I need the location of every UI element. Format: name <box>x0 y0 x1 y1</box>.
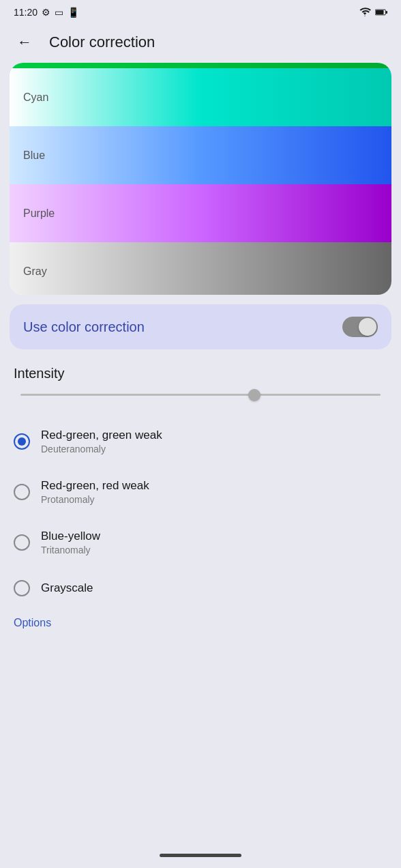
purple-section: Purple <box>10 184 391 242</box>
radio-sub-deuteranomaly: Deuteranomaly <box>41 444 162 454</box>
radio-circle-tritanomaly <box>14 534 30 551</box>
slider-track[interactable] <box>20 394 381 396</box>
intensity-slider-container[interactable] <box>14 394 387 396</box>
back-button[interactable]: ← <box>11 29 38 56</box>
blue-section: Blue <box>10 126 391 184</box>
color-panel: Cyan Blue Purple Gray <box>10 63 391 295</box>
green-bar <box>10 63 391 68</box>
status-left: 11:20 ⚙ ▭ 📱 <box>14 7 79 18</box>
radio-main-tritanomaly: Blue-yellow <box>41 530 100 543</box>
slider-thumb[interactable] <box>248 389 261 401</box>
radio-main-grayscale: Grayscale <box>41 581 93 595</box>
toggle-label: Use color correction <box>23 319 145 335</box>
radio-sub-protanomaly: Protanomaly <box>41 494 149 505</box>
purple-label: Purple <box>23 207 55 220</box>
status-bar: 11:20 ⚙ ▭ 📱 <box>0 0 401 22</box>
page-title: Color correction <box>49 33 155 51</box>
radio-dot-deuteranomaly <box>18 437 26 446</box>
screen-icon: ▭ <box>55 7 63 18</box>
radio-text-protanomaly: Red-green, red weak Protanomaly <box>41 479 149 505</box>
radio-main-deuteranomaly: Red-green, green weak <box>41 429 162 442</box>
bottom-nav-bar <box>160 854 241 857</box>
radio-circle-deuteranomaly <box>14 433 30 450</box>
status-right <box>359 8 387 17</box>
options-footer: Options <box>0 609 401 636</box>
radio-item-protanomaly[interactable]: Red-green, red weak Protanomaly <box>0 467 401 517</box>
radio-circle-protanomaly <box>14 484 30 500</box>
correction-mode-list: Red-green, green weak Deuteranomaly Red-… <box>0 409 401 609</box>
phone-icon: 📱 <box>68 7 79 18</box>
radio-main-protanomaly: Red-green, red weak <box>41 479 149 493</box>
top-bar: ← Color correction <box>0 22 401 63</box>
intensity-label: Intensity <box>14 366 387 381</box>
radio-sub-tritanomaly: Tritanomaly <box>41 545 100 555</box>
wifi-icon <box>359 8 371 17</box>
color-correction-toggle[interactable] <box>342 317 378 337</box>
toggle-knob <box>359 318 376 336</box>
radio-item-deuteranomaly[interactable]: Red-green, green weak Deuteranomaly <box>0 416 401 467</box>
options-link[interactable]: Options <box>14 617 51 628</box>
radio-text-grayscale: Grayscale <box>41 581 93 595</box>
cyan-section: Cyan <box>10 68 391 126</box>
time-display: 11:20 <box>14 7 38 18</box>
use-color-correction-card[interactable]: Use color correction <box>10 304 391 349</box>
svg-rect-1 <box>386 11 387 14</box>
svg-rect-2 <box>376 10 384 14</box>
gear-icon: ⚙ <box>42 7 50 18</box>
blue-label: Blue <box>23 149 45 162</box>
radio-text-deuteranomaly: Red-green, green weak Deuteranomaly <box>41 429 162 454</box>
cyan-label: Cyan <box>23 91 48 104</box>
radio-item-tritanomaly[interactable]: Blue-yellow Tritanomaly <box>0 517 401 568</box>
radio-circle-grayscale <box>14 580 30 596</box>
radio-item-grayscale[interactable]: Grayscale <box>0 568 401 609</box>
gray-section: Gray <box>10 242 391 295</box>
gray-label: Gray <box>23 265 47 278</box>
intensity-section: Intensity <box>0 349 401 409</box>
battery-icon <box>375 8 387 17</box>
back-arrow-icon: ← <box>17 33 32 51</box>
radio-text-tritanomaly: Blue-yellow Tritanomaly <box>41 530 100 555</box>
